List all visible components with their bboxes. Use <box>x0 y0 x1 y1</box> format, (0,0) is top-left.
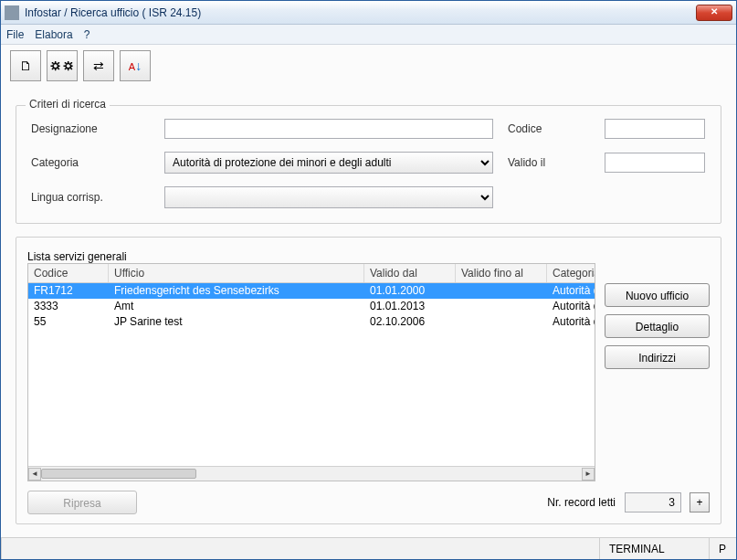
window-title: Infostar / Ricerca ufficio ( ISR 24.15) <box>25 6 696 19</box>
cell-valido_dal: 01.01.2013 <box>364 299 456 314</box>
app-window: Infostar / Ricerca ufficio ( ISR 24.15) … <box>0 0 737 560</box>
valido-input[interactable] <box>605 153 705 173</box>
categoria-select[interactable]: Autorità di protezione dei minori e degl… <box>164 152 493 174</box>
list-bottom-row: Ripresa Nr. record letti 3 + <box>27 491 710 514</box>
toolbar-sort-button[interactable]: A↓ <box>120 50 151 81</box>
document-icon: 🗋 <box>19 58 32 73</box>
menubar: File Elabora ? <box>1 25 736 45</box>
cell-valido_fino <box>456 283 547 299</box>
search-criteria-box: Criteri di ricerca Designazione Codice C… <box>16 105 721 224</box>
search-legend: Criteri di ricerca <box>26 98 110 111</box>
status-terminal: TERMINAL <box>599 538 709 559</box>
horizontal-scrollbar[interactable]: ◄ ► <box>28 466 595 481</box>
record-count-value: 3 <box>625 492 681 512</box>
cell-codice: 3333 <box>28 299 109 314</box>
cell-ufficio: Amt <box>109 299 364 314</box>
nuovo-ufficio-button[interactable]: Nuovo ufficio <box>605 283 710 307</box>
ripresa-button[interactable]: Ripresa <box>27 491 137 514</box>
table-header: Codice Ufficio Valido dal Valido fino al… <box>28 264 595 283</box>
table-row[interactable]: 3333Amt01.01.2013Autorità di <box>28 299 595 314</box>
codice-input[interactable] <box>605 119 705 139</box>
col-categoria[interactable]: Categoria <box>547 264 595 282</box>
toolbar: 🗋 ⛭⛭ ⇄ A↓ <box>10 50 727 81</box>
cell-valido_fino <box>456 299 547 314</box>
close-button[interactable]: ✕ <box>696 5 732 21</box>
cell-categoria: Autorità di <box>547 299 595 314</box>
titlebar: Infostar / Ricerca ufficio ( ISR 24.15) … <box>1 1 736 25</box>
sort-az-icon: A↓ <box>129 58 142 73</box>
table-row[interactable]: FR1712Friedensgericht des Sensebezirks01… <box>28 283 595 299</box>
app-icon <box>5 5 19 20</box>
results-table: Codice Ufficio Valido dal Valido fino al… <box>27 263 595 481</box>
toolbar-replace-button[interactable]: ⇄ <box>83 50 114 81</box>
cell-categoria: Autorità di <box>547 283 595 299</box>
label-valido: Valido il <box>508 156 590 169</box>
label-lingua: Lingua corrisp. <box>31 191 150 204</box>
dettaglio-button[interactable]: Dettaglio <box>605 314 710 338</box>
cell-codice: 55 <box>28 314 109 330</box>
record-count-label: Nr. record letti <box>547 496 616 509</box>
cell-valido_fino <box>456 314 547 330</box>
replace-icon: ⇄ <box>93 58 104 73</box>
cell-valido_dal: 01.01.2000 <box>364 283 456 299</box>
col-valido-fino[interactable]: Valido fino al <box>456 264 547 282</box>
toolbar-new-button[interactable]: 🗋 <box>10 50 41 81</box>
toolbar-find-button[interactable]: ⛭⛭ <box>47 50 78 81</box>
client-area: 🗋 ⛭⛭ ⇄ A↓ Criteri di ricerca Designazion… <box>1 45 736 537</box>
scroll-thumb[interactable] <box>41 469 196 479</box>
binoculars-icon: ⛭⛭ <box>49 58 75 73</box>
table-row[interactable]: 55JP Sarine test02.10.2006Autorità di <box>28 314 595 330</box>
label-designazione: Designazione <box>31 122 150 135</box>
scroll-right-icon[interactable]: ► <box>582 468 595 481</box>
col-ufficio[interactable]: Ufficio <box>109 264 364 282</box>
label-codice: Codice <box>508 122 590 135</box>
col-codice[interactable]: Codice <box>28 264 109 282</box>
record-step-button[interactable]: + <box>690 492 710 512</box>
lingua-select[interactable] <box>164 186 493 208</box>
cell-ufficio: Friedensgericht des Sensebezirks <box>109 283 364 299</box>
list-legend: Lista servizi generali <box>27 250 710 263</box>
cell-valido_dal: 02.10.2006 <box>364 314 456 330</box>
status-p: P <box>709 538 736 559</box>
indirizzi-button[interactable]: Indirizzi <box>605 345 710 369</box>
statusbar: TERMINAL P <box>1 537 736 559</box>
cell-categoria: Autorità di <box>547 314 595 330</box>
side-buttons: Nuovo ufficio Dettaglio Indirizzi <box>605 263 710 481</box>
menu-file[interactable]: File <box>6 28 24 41</box>
col-valido-dal[interactable]: Valido dal <box>364 264 456 282</box>
label-categoria: Categoria <box>31 156 150 169</box>
menu-help[interactable]: ? <box>84 28 90 41</box>
table-body: FR1712Friedensgericht des Sensebezirks01… <box>28 283 595 466</box>
menu-elabora[interactable]: Elabora <box>35 28 72 41</box>
cell-codice: FR1712 <box>28 283 109 299</box>
designazione-input[interactable] <box>164 119 493 139</box>
list-box: Lista servizi generali Codice Ufficio Va… <box>16 237 721 524</box>
status-main <box>1 538 599 559</box>
cell-ufficio: JP Sarine test <box>109 314 364 330</box>
scroll-left-icon[interactable]: ◄ <box>28 468 41 481</box>
